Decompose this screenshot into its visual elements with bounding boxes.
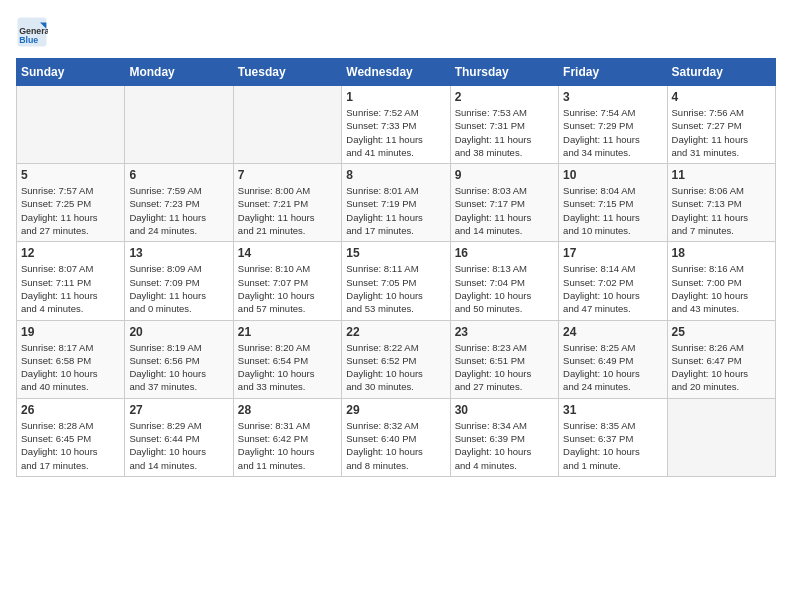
calendar-day-21: 21Sunrise: 8:20 AM Sunset: 6:54 PM Dayli… xyxy=(233,320,341,398)
day-info: Sunrise: 8:20 AM Sunset: 6:54 PM Dayligh… xyxy=(238,341,337,394)
day-info: Sunrise: 8:09 AM Sunset: 7:09 PM Dayligh… xyxy=(129,262,228,315)
day-number: 19 xyxy=(21,325,120,339)
day-info: Sunrise: 8:35 AM Sunset: 6:37 PM Dayligh… xyxy=(563,419,662,472)
calendar-empty xyxy=(233,86,341,164)
day-number: 20 xyxy=(129,325,228,339)
calendar-day-20: 20Sunrise: 8:19 AM Sunset: 6:56 PM Dayli… xyxy=(125,320,233,398)
calendar-day-5: 5Sunrise: 7:57 AM Sunset: 7:25 PM Daylig… xyxy=(17,164,125,242)
day-info: Sunrise: 8:06 AM Sunset: 7:13 PM Dayligh… xyxy=(672,184,771,237)
day-info: Sunrise: 8:29 AM Sunset: 6:44 PM Dayligh… xyxy=(129,419,228,472)
day-number: 8 xyxy=(346,168,445,182)
calendar-empty xyxy=(667,398,775,476)
calendar-day-16: 16Sunrise: 8:13 AM Sunset: 7:04 PM Dayli… xyxy=(450,242,558,320)
day-number: 29 xyxy=(346,403,445,417)
day-info: Sunrise: 8:31 AM Sunset: 6:42 PM Dayligh… xyxy=(238,419,337,472)
day-info: Sunrise: 8:11 AM Sunset: 7:05 PM Dayligh… xyxy=(346,262,445,315)
day-info: Sunrise: 8:19 AM Sunset: 6:56 PM Dayligh… xyxy=(129,341,228,394)
day-info: Sunrise: 8:01 AM Sunset: 7:19 PM Dayligh… xyxy=(346,184,445,237)
day-number: 27 xyxy=(129,403,228,417)
calendar-day-17: 17Sunrise: 8:14 AM Sunset: 7:02 PM Dayli… xyxy=(559,242,667,320)
calendar-day-26: 26Sunrise: 8:28 AM Sunset: 6:45 PM Dayli… xyxy=(17,398,125,476)
day-info: Sunrise: 7:57 AM Sunset: 7:25 PM Dayligh… xyxy=(21,184,120,237)
day-info: Sunrise: 7:52 AM Sunset: 7:33 PM Dayligh… xyxy=(346,106,445,159)
day-number: 15 xyxy=(346,246,445,260)
day-info: Sunrise: 7:56 AM Sunset: 7:27 PM Dayligh… xyxy=(672,106,771,159)
calendar-day-8: 8Sunrise: 8:01 AM Sunset: 7:19 PM Daylig… xyxy=(342,164,450,242)
day-number: 26 xyxy=(21,403,120,417)
day-info: Sunrise: 8:07 AM Sunset: 7:11 PM Dayligh… xyxy=(21,262,120,315)
day-number: 28 xyxy=(238,403,337,417)
calendar-day-3: 3Sunrise: 7:54 AM Sunset: 7:29 PM Daylig… xyxy=(559,86,667,164)
calendar-day-31: 31Sunrise: 8:35 AM Sunset: 6:37 PM Dayli… xyxy=(559,398,667,476)
calendar-day-2: 2Sunrise: 7:53 AM Sunset: 7:31 PM Daylig… xyxy=(450,86,558,164)
logo-icon: General Blue xyxy=(16,16,48,48)
day-number: 21 xyxy=(238,325,337,339)
day-number: 7 xyxy=(238,168,337,182)
calendar-day-22: 22Sunrise: 8:22 AM Sunset: 6:52 PM Dayli… xyxy=(342,320,450,398)
day-info: Sunrise: 8:16 AM Sunset: 7:00 PM Dayligh… xyxy=(672,262,771,315)
day-number: 31 xyxy=(563,403,662,417)
calendar-day-4: 4Sunrise: 7:56 AM Sunset: 7:27 PM Daylig… xyxy=(667,86,775,164)
day-info: Sunrise: 7:54 AM Sunset: 7:29 PM Dayligh… xyxy=(563,106,662,159)
day-info: Sunrise: 8:03 AM Sunset: 7:17 PM Dayligh… xyxy=(455,184,554,237)
calendar-day-9: 9Sunrise: 8:03 AM Sunset: 7:17 PM Daylig… xyxy=(450,164,558,242)
day-number: 10 xyxy=(563,168,662,182)
calendar-day-19: 19Sunrise: 8:17 AM Sunset: 6:58 PM Dayli… xyxy=(17,320,125,398)
day-info: Sunrise: 8:32 AM Sunset: 6:40 PM Dayligh… xyxy=(346,419,445,472)
header-thursday: Thursday xyxy=(450,59,558,86)
day-info: Sunrise: 8:10 AM Sunset: 7:07 PM Dayligh… xyxy=(238,262,337,315)
day-number: 24 xyxy=(563,325,662,339)
calendar-header-row: SundayMondayTuesdayWednesdayThursdayFrid… xyxy=(17,59,776,86)
header-tuesday: Tuesday xyxy=(233,59,341,86)
day-number: 1 xyxy=(346,90,445,104)
day-info: Sunrise: 8:00 AM Sunset: 7:21 PM Dayligh… xyxy=(238,184,337,237)
day-number: 6 xyxy=(129,168,228,182)
day-info: Sunrise: 8:17 AM Sunset: 6:58 PM Dayligh… xyxy=(21,341,120,394)
calendar-day-28: 28Sunrise: 8:31 AM Sunset: 6:42 PM Dayli… xyxy=(233,398,341,476)
day-info: Sunrise: 8:25 AM Sunset: 6:49 PM Dayligh… xyxy=(563,341,662,394)
calendar-empty xyxy=(17,86,125,164)
day-info: Sunrise: 7:59 AM Sunset: 7:23 PM Dayligh… xyxy=(129,184,228,237)
calendar-day-6: 6Sunrise: 7:59 AM Sunset: 7:23 PM Daylig… xyxy=(125,164,233,242)
day-number: 22 xyxy=(346,325,445,339)
calendar-day-11: 11Sunrise: 8:06 AM Sunset: 7:13 PM Dayli… xyxy=(667,164,775,242)
day-info: Sunrise: 8:22 AM Sunset: 6:52 PM Dayligh… xyxy=(346,341,445,394)
header-friday: Friday xyxy=(559,59,667,86)
day-number: 18 xyxy=(672,246,771,260)
svg-text:General: General xyxy=(19,26,48,36)
calendar-week-3: 19Sunrise: 8:17 AM Sunset: 6:58 PM Dayli… xyxy=(17,320,776,398)
day-info: Sunrise: 8:34 AM Sunset: 6:39 PM Dayligh… xyxy=(455,419,554,472)
calendar-day-10: 10Sunrise: 8:04 AM Sunset: 7:15 PM Dayli… xyxy=(559,164,667,242)
day-number: 5 xyxy=(21,168,120,182)
header-wednesday: Wednesday xyxy=(342,59,450,86)
day-number: 25 xyxy=(672,325,771,339)
day-number: 11 xyxy=(672,168,771,182)
calendar-day-30: 30Sunrise: 8:34 AM Sunset: 6:39 PM Dayli… xyxy=(450,398,558,476)
day-number: 3 xyxy=(563,90,662,104)
calendar-day-24: 24Sunrise: 8:25 AM Sunset: 6:49 PM Dayli… xyxy=(559,320,667,398)
day-info: Sunrise: 8:28 AM Sunset: 6:45 PM Dayligh… xyxy=(21,419,120,472)
day-info: Sunrise: 8:26 AM Sunset: 6:47 PM Dayligh… xyxy=(672,341,771,394)
svg-text:Blue: Blue xyxy=(19,35,38,45)
day-info: Sunrise: 8:23 AM Sunset: 6:51 PM Dayligh… xyxy=(455,341,554,394)
calendar-day-25: 25Sunrise: 8:26 AM Sunset: 6:47 PM Dayli… xyxy=(667,320,775,398)
page-header: General Blue xyxy=(16,16,776,48)
calendar-day-7: 7Sunrise: 8:00 AM Sunset: 7:21 PM Daylig… xyxy=(233,164,341,242)
day-number: 12 xyxy=(21,246,120,260)
day-info: Sunrise: 8:04 AM Sunset: 7:15 PM Dayligh… xyxy=(563,184,662,237)
calendar-day-1: 1Sunrise: 7:52 AM Sunset: 7:33 PM Daylig… xyxy=(342,86,450,164)
header-sunday: Sunday xyxy=(17,59,125,86)
day-number: 16 xyxy=(455,246,554,260)
day-info: Sunrise: 8:13 AM Sunset: 7:04 PM Dayligh… xyxy=(455,262,554,315)
calendar: SundayMondayTuesdayWednesdayThursdayFrid… xyxy=(16,58,776,477)
day-number: 13 xyxy=(129,246,228,260)
day-number: 14 xyxy=(238,246,337,260)
calendar-day-14: 14Sunrise: 8:10 AM Sunset: 7:07 PM Dayli… xyxy=(233,242,341,320)
day-number: 2 xyxy=(455,90,554,104)
day-number: 4 xyxy=(672,90,771,104)
day-number: 30 xyxy=(455,403,554,417)
calendar-day-23: 23Sunrise: 8:23 AM Sunset: 6:51 PM Dayli… xyxy=(450,320,558,398)
calendar-week-2: 12Sunrise: 8:07 AM Sunset: 7:11 PM Dayli… xyxy=(17,242,776,320)
calendar-day-15: 15Sunrise: 8:11 AM Sunset: 7:05 PM Dayli… xyxy=(342,242,450,320)
calendar-week-4: 26Sunrise: 8:28 AM Sunset: 6:45 PM Dayli… xyxy=(17,398,776,476)
